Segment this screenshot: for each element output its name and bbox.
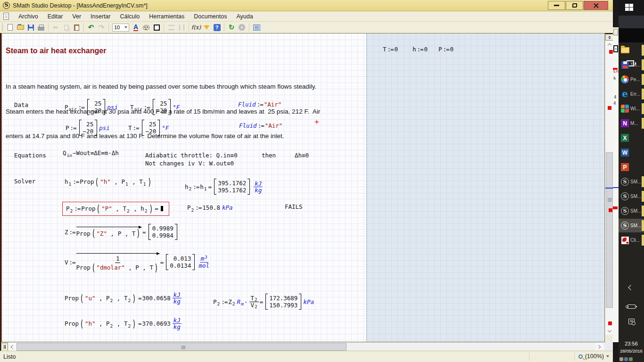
background-color-button[interactable] [141, 23, 151, 32]
expr-prop-h[interactable]: Prop("h" , P2 , T2)=370.0693kJkg [65, 317, 182, 330]
expr-energy-balance[interactable]: Qin−Wout=ΔE=m·Δh [63, 149, 119, 156]
restore-button[interactable] [566, 1, 583, 10]
menu-herramientas[interactable]: Herramientas [144, 12, 189, 21]
taskbar-item-file-explorer[interactable] [619, 43, 644, 57]
taskbar-item-excel[interactable]: X [619, 131, 644, 145]
expr-t-air[interactable]: Tair:=25−20°F [130, 99, 180, 115]
label-data[interactable]: Data [14, 101, 28, 108]
clock-time[interactable]: 23:56 [619, 341, 644, 346]
menu-documentos[interactable]: Documentos [189, 12, 231, 21]
redo-button[interactable]: ↷ [97, 23, 106, 32]
clock-date[interactable]: 28/05/2016 [619, 348, 644, 354]
cortana-button[interactable] [619, 16, 644, 28]
expr-p2-calc[interactable]: P2:=Z2Rm·T2V2=172.3689150.7993kPa [213, 294, 314, 310]
minimize-button[interactable] [548, 1, 565, 10]
taskbar-item-media-app[interactable]: Wi... [619, 102, 644, 115]
copy-button[interactable] [61, 23, 71, 32]
font-color-button[interactable]: A [131, 23, 140, 32]
expr-z[interactable]: Z:=Prop("Z" , P , T)=0.99890.9984 [65, 224, 179, 240]
onenote-icon: N [620, 119, 629, 128]
taskbar-item-smath-1[interactable]: S SM... [619, 175, 644, 189]
expr-p[interactable]: P:=25−20psi [66, 120, 110, 136]
cut-button[interactable]: ✂ [51, 23, 60, 32]
taskbar-item-edge[interactable]: e Err... [619, 87, 644, 101]
worksheet-canvas[interactable]: Steam to air heat exchanger In a steam h… [1, 33, 605, 342]
scroll-split-handle[interactable] [605, 34, 613, 41]
text-volume-note[interactable]: Not changes iv V: W.out≡0 [145, 160, 234, 167]
recalculate-button[interactable]: ↻ [227, 23, 236, 32]
text-then[interactable]: then [262, 152, 276, 159]
panels-button[interactable] [252, 23, 261, 32]
taskbar-item-smath-3[interactable]: S SM... [619, 204, 644, 218]
close-button[interactable] [584, 1, 608, 10]
taskbar-item-powerpoint[interactable]: P [619, 160, 644, 174]
expr-p2-def[interactable]: P2:=Prop("P" , T2 , h2)= [66, 204, 163, 213]
label-equations[interactable]: Equations [14, 152, 46, 159]
expr-v[interactable]: V:=1Prop("dmolar" , P , T)=0.0130.0134m3… [65, 252, 209, 272]
taskbar-item-total-commander[interactable]: Tot... [619, 58, 644, 72]
expr-prop-u[interactable]: Prop("u" , P2 , T2)=300.0658kJkg [65, 292, 182, 304]
horizontal-scrollbar[interactable] [1, 342, 605, 351]
paste-button[interactable] [72, 23, 81, 32]
align-horizontal-button[interactable] [166, 23, 176, 32]
expr-p2-value[interactable]: P2:=150.8kPa [187, 204, 233, 211]
task-view-button[interactable] [619, 28, 644, 42]
expr-fluid-1[interactable]: Fluid:="Air" [238, 101, 281, 108]
show-hidden-icons-chevron[interactable] [628, 285, 633, 290]
scroll-up-button[interactable] [605, 41, 613, 48]
expr-t[interactable]: T:=25−20°F [128, 120, 169, 136]
expr-h2[interactable]: h2:=h1=395.1762395.1762kJkg [185, 179, 263, 195]
scroll-left-button[interactable] [8, 343, 16, 351]
align-vertical-button[interactable] [177, 23, 186, 32]
function-button[interactable]: f(x) [191, 23, 201, 32]
print-button[interactable] [36, 23, 46, 32]
scroll-split-handle[interactable] [1, 343, 8, 351]
menu-calculo[interactable]: Cálculo [116, 12, 145, 21]
text-dh-zero[interactable]: Δh≡0 [295, 152, 309, 159]
menu-insertar[interactable]: Insertar [86, 12, 115, 21]
taskbar-item-chrome[interactable]: Pe... [619, 73, 644, 86]
taskbar-item-smath-4-active[interactable]: S SM... [619, 219, 644, 232]
tray-icons[interactable] [619, 354, 638, 359]
expr-side-t[interactable]: T:=0 [383, 46, 398, 53]
menu-archivo[interactable]: Archivo [14, 12, 43, 21]
border-button[interactable] [152, 23, 161, 32]
help-button[interactable]: ? [212, 23, 222, 32]
horizontal-scroll-thumb[interactable] [17, 343, 347, 351]
worksheet-title[interactable]: Steam to air heat exchanger [6, 47, 106, 55]
start-button[interactable] [619, 0, 644, 16]
save-icon [28, 25, 34, 31]
scrollbar-resize-grip[interactable] [605, 335, 613, 342]
save-button[interactable] [26, 23, 35, 32]
label-solver[interactable]: Solver [14, 178, 35, 185]
taskbar-item-clip-app[interactable]: Cli... [619, 233, 644, 247]
menu-editar[interactable]: Editar [43, 12, 68, 21]
filter-button[interactable] [202, 23, 211, 32]
battery-icon[interactable] [627, 304, 636, 309]
action-center-icon[interactable] [628, 319, 635, 324]
font-size-select[interactable]: 10 [112, 24, 129, 32]
stop-button[interactable]: × [237, 23, 247, 32]
error-marker [609, 50, 613, 54]
vertical-scroll-thumb[interactable] [606, 152, 613, 308]
undo-button[interactable]: ↶ [86, 23, 96, 32]
taskbar-item-smath-2[interactable]: S SM... [619, 189, 644, 203]
taskbar-item-word[interactable]: W [619, 146, 644, 159]
expr-fluid-2[interactable]: Fluid:="Air" [239, 122, 282, 129]
expr-h1-def[interactable]: h1:=Prop("h" , P1 , T1) [65, 177, 152, 186]
new-sheet-button[interactable] [5, 23, 15, 32]
vertical-scrollbar[interactable] [605, 34, 613, 342]
scroll-right-button[interactable] [595, 343, 603, 351]
text-adiabatic-note[interactable]: Adiabatic throttle: Q.in≡0 [145, 152, 238, 159]
zoom-control[interactable]: (100%) [578, 353, 609, 360]
expr-p-air[interactable]: Pair:=25−20psi [65, 99, 118, 115]
toolbar-drag-handle[interactable] [1, 23, 3, 32]
menu-ver[interactable]: Ver [67, 12, 86, 21]
open-button[interactable] [16, 23, 25, 32]
taskbar-item-onenote[interactable]: N M... [619, 116, 644, 130]
scroll-down-button[interactable] [605, 327, 613, 335]
menu-ayuda[interactable]: Ayuda [231, 12, 257, 21]
expr-side-h[interactable]: h:=0 [413, 46, 428, 53]
text-fails[interactable]: FAILS [285, 203, 303, 210]
expr-side-p[interactable]: P:=0 [438, 46, 454, 53]
